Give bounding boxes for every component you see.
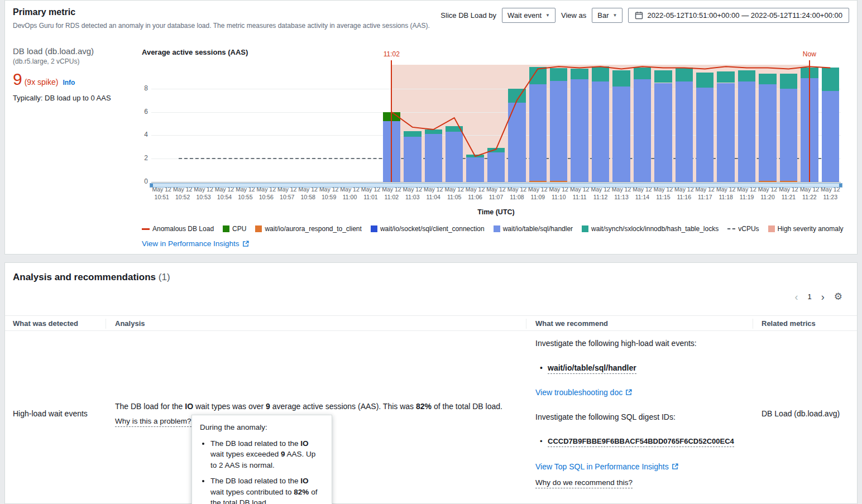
x-axis-tick-label: May 1211:15	[653, 185, 673, 201]
page-number: 1	[808, 292, 812, 301]
y-axis-tick-label: 6	[132, 108, 148, 116]
legend-swatch-icon	[494, 225, 500, 232]
x-axis-tick-label: May 1210:54	[214, 185, 234, 201]
x-axis-tick-label: May 1211:00	[339, 185, 360, 201]
y-axis-tick-label: 4	[132, 131, 148, 138]
x-axis-tick-label: May 1211:10	[548, 185, 569, 201]
legend-item: wait/io/socket/sql/client_connection	[371, 225, 485, 233]
gear-icon[interactable]: ⚙	[834, 291, 842, 303]
panel-title: Primary metric	[13, 7, 75, 17]
time-range-scrubber[interactable]	[150, 183, 842, 188]
performance-insights-link[interactable]: View in Performance Insights	[142, 239, 249, 248]
table-header: What was detected Analysis What we recom…	[5, 315, 857, 331]
view-as-dropdown[interactable]: Bar ▼	[592, 8, 622, 23]
anomaly-start-marker	[391, 60, 392, 182]
chart-controls: Slice DB Load by Wait event ▼ View as Ba…	[440, 8, 849, 23]
y-axis-tick-label: 2	[132, 154, 148, 162]
x-axis-tick-label: May 1210:51	[151, 185, 172, 201]
header-divider	[753, 319, 753, 329]
analysis-panel: Analysis and recommendations (1) ‹ 1 › ⚙…	[4, 262, 858, 504]
analysis-title: Analysis and recommendations (1)	[13, 272, 170, 283]
x-axis-tick-label: May 1211:06	[464, 185, 485, 201]
slice-db-load-label: Slice DB Load by	[440, 11, 496, 20]
column-what-we-recommend: What we recommend	[535, 319, 608, 328]
x-axis-tick-label: May 1211:23	[820, 185, 841, 201]
slice-db-load-dropdown[interactable]: Wait event ▼	[502, 8, 555, 23]
legend-item: vCPUs	[727, 225, 759, 233]
x-axis-tick-label: May 1211:14	[632, 185, 653, 201]
top-sql-link[interactable]: View Top SQL in Performance Insights	[535, 462, 678, 471]
aas-chart: Average active sessions (AAS) 0246811:02…	[137, 45, 855, 253]
chart-legend: Anomalous DB LoadCPUwait/io/aurora_respo…	[142, 225, 852, 233]
legend-label: wait/io/socket/sql/client_connection	[380, 225, 485, 233]
x-axis-tick-label: May 1210:53	[193, 185, 214, 201]
next-page-button[interactable]: ›	[821, 292, 825, 302]
legend-item: wait/synch/sxlock/innodb/hash_table_lock…	[582, 225, 719, 233]
db-load-metric-block: DB load (db.load.avg) (db.r5.large, 2 vC…	[13, 46, 135, 102]
legend-item: Anomalous DB Load	[142, 225, 214, 233]
column-analysis: Analysis	[115, 319, 145, 328]
x-axis-tick-label: May 1211:07	[486, 185, 506, 201]
wait-event-name[interactable]: wait/io/table/sql/handler	[548, 363, 636, 374]
x-axis-tick-label: May 1210:55	[235, 185, 256, 201]
gridline	[151, 182, 841, 183]
x-axis-tick-label: May 1211:09	[528, 185, 548, 201]
related-metric-cell: DB Load (db.load.avg)	[762, 409, 840, 418]
typical-load-text: Typically: DB load up to 0 AAS	[13, 94, 135, 102]
legend-swatch-icon	[768, 225, 775, 232]
legend-label: wait/io/aurora_respond_to_client	[265, 225, 361, 233]
view-as-label: View as	[561, 11, 586, 20]
detected-cell: High-load wait events	[13, 409, 88, 418]
x-axis-tick-label: May 1211:04	[423, 185, 444, 201]
now-marker-label: Now	[793, 50, 826, 58]
x-axis-tick-label: May 1211:08	[506, 185, 527, 201]
chevron-down-icon: ▼	[612, 13, 617, 18]
legend-label: High severity anomaly	[778, 225, 844, 233]
x-axis-tick-label: May 1211:17	[695, 185, 715, 201]
why-is-this-a-problem: Why is this a problem?	[115, 417, 191, 425]
panel-subtitle: DevOps Guru for RDS detected an anomaly …	[13, 22, 430, 30]
external-link-icon	[242, 241, 249, 247]
x-axis-title: Time (UTC)	[151, 208, 841, 216]
sql-digest-id[interactable]: CCCD7B9FBBE9F6BBACF54BDD0765F6CD52C00EC4	[548, 437, 734, 447]
x-axis-tick-label: May 1210:57	[277, 185, 298, 201]
x-axis-tick-label: May 1211:02	[381, 185, 402, 201]
info-link[interactable]: Info	[63, 79, 75, 87]
x-axis-tick-label: May 1210:58	[298, 185, 318, 201]
legend-label: wait/io/table/sql/handler	[503, 225, 573, 233]
previous-page-button[interactable]: ‹	[795, 292, 798, 302]
legend-label: CPU	[232, 225, 246, 233]
investigate-sql-text: Investigate the following SQL digest IDs…	[535, 412, 676, 421]
legend-swatch-icon	[727, 228, 735, 229]
why-do-we-recommend: Why do we recommend this?	[535, 478, 633, 487]
now-marker	[809, 60, 810, 182]
x-axis-tick-label: May 1211:21	[778, 185, 799, 201]
x-axis-tick-label: May 1210:56	[256, 185, 276, 201]
x-axis-tick-label: May 1211:22	[799, 185, 820, 201]
x-axis-tick-label: May 1211:18	[715, 185, 736, 201]
instance-info: (db.r5.large, 2 vCPUs)	[13, 57, 135, 65]
x-axis-tick-label: May 1210:52	[172, 185, 193, 201]
analysis-cell: The DB load for the IO wait types was ov…	[115, 401, 534, 412]
anomaly-tooltip: During the anomaly: The DB load related …	[191, 415, 332, 504]
legend-item: wait/io/table/sql/handler	[494, 225, 573, 233]
chart-title: Average active sessions (AAS)	[142, 48, 248, 56]
anomalous-db-load-line	[151, 63, 841, 182]
legend-item: High severity anomaly	[768, 225, 844, 233]
x-axis-tick-label: May 1211:20	[757, 185, 778, 201]
chevron-down-icon: ▼	[545, 13, 550, 18]
header-divider	[526, 319, 526, 329]
legend-swatch-icon	[142, 228, 150, 230]
db-load-title: DB load (db.load.avg)	[13, 46, 135, 56]
wait-event-item: •wait/io/table/sql/handler	[535, 363, 636, 372]
date-range-picker[interactable]: 2022-05-12T10:51:00+00:00 — 2022-05-12T1…	[628, 8, 849, 23]
sql-digest-item: •CCCD7B9FBBE9F6BBACF54BDD0765F6CD52C00EC…	[535, 437, 734, 445]
legend-label: wait/synch/sxlock/innodb/hash_table_lock…	[591, 225, 719, 233]
view-as-value: Bar	[597, 11, 609, 20]
troubleshooting-doc-link[interactable]: View troubleshooting doc	[535, 388, 632, 397]
date-range-value: 2022-05-12T10:51:00+00:00 — 2022-05-12T1…	[647, 11, 842, 20]
tooltip-title: During the anomaly:	[200, 422, 324, 433]
x-axis-tick-label: May 1210:59	[318, 185, 339, 201]
y-axis-tick-label: 8	[132, 84, 148, 92]
aas-chart-plot[interactable]: 0246811:02NowMay 1210:51May 1210:52May 1…	[151, 63, 841, 182]
